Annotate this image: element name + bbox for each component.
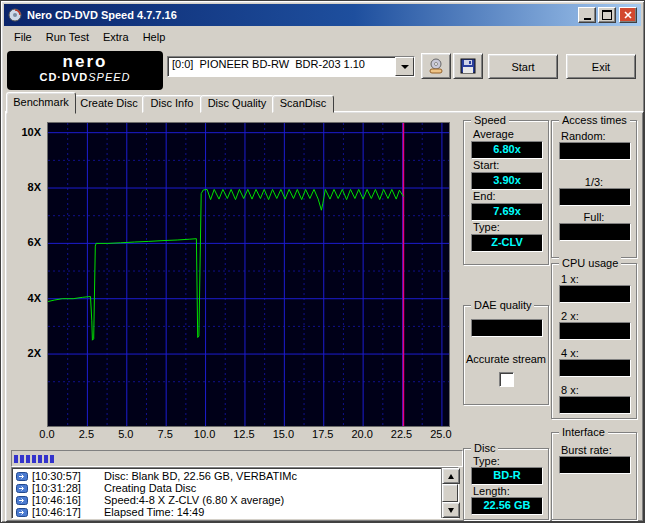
log-list: [10:30:57] Disc: Blank BD, 22.56 GB, VER… bbox=[12, 468, 441, 518]
progress-fill bbox=[14, 455, 56, 463]
menu-item-help[interactable]: Help bbox=[136, 29, 173, 45]
maximize-button[interactable] bbox=[598, 7, 616, 23]
log-text: Disc: Blank BD, 22.56 GB, VERBATIMc bbox=[104, 470, 297, 482]
log-panel: [10:30:57] Disc: Blank BD, 22.56 GB, VER… bbox=[11, 467, 459, 519]
disc-group: Disc Type: BD-R Length: 22.56 GB bbox=[463, 448, 549, 520]
arrow-up-icon bbox=[448, 474, 454, 479]
chevron-down-icon bbox=[401, 65, 409, 69]
cpu-8x-display bbox=[559, 396, 631, 414]
interface-group-title: Interface bbox=[559, 426, 608, 438]
close-button[interactable] bbox=[619, 7, 637, 23]
cpu-4x-display bbox=[559, 359, 631, 377]
eject-disc-button[interactable] bbox=[421, 53, 451, 79]
dae-quality-display bbox=[471, 319, 543, 337]
accurate-stream-label: Accurate stream bbox=[464, 353, 548, 365]
logo-product-right: SPEED bbox=[88, 71, 130, 83]
disc-type-display: BD-R bbox=[471, 467, 543, 485]
exit-button[interactable]: Exit bbox=[566, 54, 636, 79]
burst-rate-display bbox=[559, 456, 631, 474]
tab-disc-info[interactable]: Disc Info bbox=[142, 95, 202, 113]
app-icon bbox=[8, 8, 22, 22]
menu-item-file[interactable]: File bbox=[7, 29, 39, 45]
arrow-down-icon bbox=[448, 508, 454, 513]
nero-logo-brand: nero bbox=[7, 53, 163, 70]
benchmark-chart bbox=[47, 122, 450, 427]
start-speed-display: 3.90x bbox=[471, 172, 543, 190]
log-scrollbar[interactable] bbox=[441, 468, 458, 518]
progress-segment bbox=[44, 455, 48, 463]
log-time: [10:46:17] bbox=[32, 506, 90, 518]
disc-length-label: Length: bbox=[473, 485, 510, 497]
tab-scandisc[interactable]: ScanDisc bbox=[272, 95, 334, 113]
start-button[interactable]: Start bbox=[488, 54, 558, 79]
log-text: Creating Data Disc bbox=[104, 482, 196, 494]
cpu-2x-display bbox=[559, 322, 631, 340]
log-line[interactable]: [10:30:57] Disc: Blank BD, 22.56 GB, VER… bbox=[12, 470, 441, 482]
menu-item-extra[interactable]: Extra bbox=[96, 29, 136, 45]
progress-segment bbox=[14, 455, 18, 463]
logo-product-left: CD·DVD bbox=[39, 71, 88, 83]
scrollbar-thumb[interactable] bbox=[442, 484, 458, 502]
progress-segment bbox=[26, 455, 30, 463]
log-item-icon bbox=[16, 483, 28, 494]
accurate-stream-checkbox[interactable] bbox=[499, 372, 514, 387]
cpu-4x-label: 4 x: bbox=[561, 347, 579, 359]
title-bar[interactable]: Nero CD-DVD Speed 4.7.7.16 bbox=[4, 4, 641, 26]
speed-group-title: Speed bbox=[471, 114, 509, 126]
log-time: [10:31:28] bbox=[32, 482, 90, 494]
average-label: Average bbox=[473, 128, 514, 140]
drive-select-value: [0:0] PIONEER BD-RW BDR-203 1.10 bbox=[168, 57, 395, 76]
scroll-up-button[interactable] bbox=[442, 468, 460, 484]
tab-disc-quality[interactable]: Disc Quality bbox=[200, 95, 274, 113]
speed-group: Speed Average 6.80x Start: 3.90x End: 7.… bbox=[463, 120, 549, 265]
interface-group: Interface Burst rate: bbox=[551, 432, 637, 520]
average-value-display: 6.80x bbox=[471, 141, 543, 159]
cpu-1x-label: 1 x: bbox=[561, 273, 579, 285]
speed-type-label: Type: bbox=[473, 221, 500, 233]
one-third-access-display bbox=[559, 188, 631, 206]
save-button[interactable] bbox=[453, 53, 483, 79]
nero-logo: nero CD·DVDSPEED bbox=[7, 51, 163, 90]
full-access-label: Full: bbox=[552, 211, 636, 223]
log-line[interactable]: [10:46:16] Speed:4-8 X Z-CLV (6.80 X ave… bbox=[12, 494, 441, 506]
end-speed-label: End: bbox=[473, 190, 496, 202]
log-line[interactable]: [10:46:17] Elapsed Time: 14:49 bbox=[12, 506, 441, 518]
minimize-icon bbox=[584, 18, 591, 20]
scroll-down-button[interactable] bbox=[442, 502, 460, 518]
progress-segment bbox=[50, 455, 54, 463]
minimize-button[interactable] bbox=[578, 7, 596, 23]
full-access-display bbox=[559, 223, 631, 241]
random-access-label: Random: bbox=[561, 130, 606, 142]
disc-length-display: 22.56 GB bbox=[471, 497, 543, 515]
hand-disc-icon bbox=[426, 58, 446, 75]
start-speed-label: Start: bbox=[473, 159, 499, 171]
dae-quality-group: DAE quality Accurate stream bbox=[463, 305, 549, 405]
one-third-access-label: 1/3: bbox=[552, 176, 636, 188]
cpu-usage-group-title: CPU usage bbox=[559, 257, 621, 269]
drive-select-dropdown-button[interactable] bbox=[395, 57, 414, 76]
progress-segment bbox=[38, 455, 42, 463]
menu-bar: File Run Test Extra Help bbox=[4, 27, 641, 47]
tab-benchmark[interactable]: Benchmark bbox=[6, 92, 76, 114]
cpu-usage-group: CPU usage 1 x: 2 x: 4 x: 8 x: bbox=[551, 263, 637, 419]
close-icon bbox=[624, 11, 632, 19]
dae-quality-group-title: DAE quality bbox=[471, 299, 534, 311]
log-text: Speed:4-8 X Z-CLV (6.80 X average) bbox=[104, 494, 284, 506]
floppy-icon bbox=[460, 58, 476, 74]
random-access-display bbox=[559, 142, 631, 160]
log-item-icon bbox=[16, 495, 28, 506]
drive-select[interactable]: [0:0] PIONEER BD-RW BDR-203 1.10 bbox=[167, 56, 415, 77]
burst-rate-label: Burst rate: bbox=[561, 444, 612, 456]
cpu-2x-label: 2 x: bbox=[561, 310, 579, 322]
progress-segment bbox=[20, 455, 24, 463]
log-line[interactable]: [10:31:28] Creating Data Disc bbox=[12, 482, 441, 494]
app-window: Nero CD-DVD Speed 4.7.7.16 File Run Test… bbox=[0, 0, 645, 523]
access-times-group: Access times Random: 1/3: Full: bbox=[551, 120, 637, 258]
window-title: Nero CD-DVD Speed 4.7.7.16 bbox=[27, 9, 576, 21]
log-time: [10:46:16] bbox=[32, 494, 90, 506]
log-item-icon bbox=[16, 471, 28, 482]
tab-create-disc[interactable]: Create Disc bbox=[74, 95, 144, 113]
speed-type-display: Z-CLV bbox=[471, 234, 543, 252]
progress-bar bbox=[11, 450, 463, 467]
menu-item-run-test[interactable]: Run Test bbox=[39, 29, 96, 45]
